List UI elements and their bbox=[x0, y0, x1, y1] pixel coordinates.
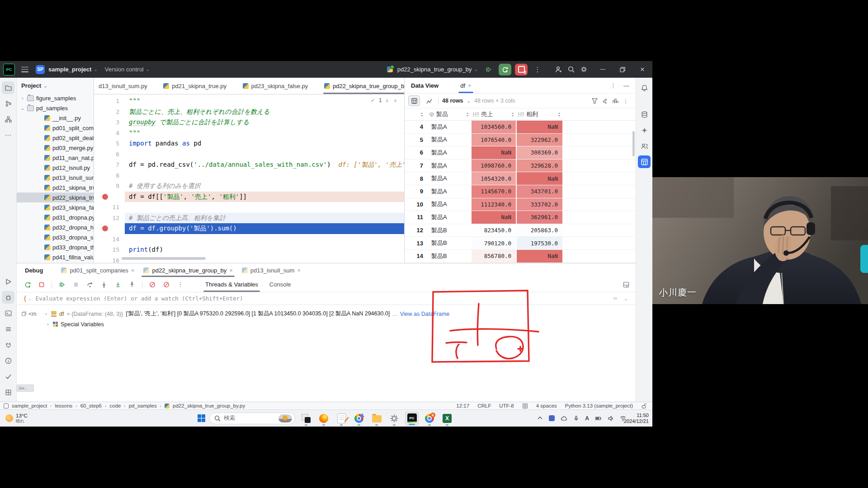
taskbar-app-explorer[interactable] bbox=[370, 412, 383, 425]
table-row[interactable]: 6 製品A NaN 300369.0 bbox=[405, 146, 636, 159]
gateway-tool-icon[interactable] bbox=[638, 140, 651, 152]
gutter[interactable]: 8 bbox=[94, 170, 125, 181]
view-as-dataframe-link[interactable]: View as DataFrame bbox=[400, 311, 450, 317]
volume-tray-icon[interactable] bbox=[608, 415, 614, 422]
breadcrumb-item[interactable]: lessons bbox=[55, 403, 72, 408]
variable-name[interactable]: df bbox=[59, 311, 64, 317]
force-step-into-button[interactable] bbox=[114, 281, 122, 289]
gutter[interactable]: 11 bbox=[94, 202, 125, 213]
gutter[interactable]: 7 bbox=[94, 160, 125, 170]
gutter[interactable]: 14 bbox=[94, 234, 125, 245]
more-actions-button[interactable]: ⋮ bbox=[531, 64, 544, 75]
tree-item[interactable]: pd13_isnull_sum.py bbox=[17, 173, 94, 183]
gutter[interactable]: 6 bbox=[94, 149, 125, 160]
tree-item[interactable]: ⌄ pd_samples bbox=[17, 103, 94, 113]
start-button[interactable] bbox=[198, 414, 205, 422]
gutter[interactable]: 16 bbox=[94, 255, 125, 263]
breakpoint-icon[interactable] bbox=[102, 225, 108, 231]
tree-item[interactable]: pd33_dropna_thresh.py bbox=[17, 242, 94, 252]
close-tab-icon[interactable]: × bbox=[297, 267, 301, 274]
column-header-profit[interactable]: 123 粗利 bbox=[516, 110, 562, 118]
debug-session-tab[interactable]: pd01_split_companies × bbox=[57, 263, 139, 277]
table-row[interactable]: 11 製品A NaN 362961.0 bbox=[405, 211, 636, 224]
step-into-button[interactable] bbox=[100, 281, 108, 289]
teams-tray-icon[interactable] bbox=[549, 415, 555, 421]
tree-item[interactable]: pd23_skipna_false.py bbox=[17, 202, 94, 212]
gutter[interactable]: 15 bbox=[94, 244, 125, 255]
add-user-button[interactable] bbox=[552, 64, 565, 75]
table-row[interactable]: 10 製品A 1112340.0 333702.0 bbox=[405, 198, 636, 211]
expand-chevron-icon[interactable]: › bbox=[44, 311, 48, 316]
gutter[interactable]: 12 bbox=[94, 213, 125, 224]
microphone-tray-icon[interactable] bbox=[573, 415, 579, 422]
run-tool-icon[interactable] bbox=[2, 275, 14, 288]
close-tab-icon[interactable]: × bbox=[131, 267, 135, 274]
gutter[interactable]: 2 bbox=[94, 107, 125, 117]
hide-panel-icon[interactable]: — bbox=[623, 82, 629, 89]
data-view-tool-icon[interactable] bbox=[638, 155, 651, 168]
editor-tab[interactable]: d13_isnull_sum.py × bbox=[94, 78, 159, 94]
close-tab-icon[interactable]: × bbox=[468, 82, 472, 89]
gutter[interactable]: 1 bbox=[94, 96, 125, 107]
battery-tray-icon[interactable] bbox=[595, 415, 602, 422]
data-view-scrollbar[interactable] bbox=[632, 131, 635, 156]
evaluate-expression-bar[interactable]: (⌄ Evaluate expression (Enter) or add a … bbox=[17, 292, 636, 305]
inspection-widget[interactable]: ✓1 ∧ ∨ bbox=[369, 97, 401, 104]
tree-item[interactable]: pd32_dropna_how_all.py bbox=[17, 222, 94, 232]
debug-session-tab[interactable]: pd13_isnull_sum × bbox=[237, 263, 305, 277]
project-tool-icon[interactable] bbox=[2, 81, 14, 94]
tree-item[interactable]: pd22_skipna_true_group bbox=[17, 192, 94, 202]
tree-chevron-icon[interactable]: › bbox=[20, 96, 25, 101]
table-more-icon[interactable]: ⋮ bbox=[623, 98, 629, 104]
services-tool-icon[interactable] bbox=[2, 323, 14, 335]
restore-button[interactable] bbox=[613, 61, 632, 78]
file-encoding[interactable]: UTF-8 bbox=[499, 403, 514, 408]
problems-tool-icon[interactable] bbox=[2, 354, 14, 367]
project-selector[interactable]: sample_project ⌄ bbox=[45, 64, 101, 75]
weather-widget[interactable]: 13°C晴れ bbox=[0, 413, 28, 423]
tree-chevron-icon[interactable]: ⌄ bbox=[20, 106, 25, 111]
python-interpreter[interactable]: Python 3.13 (sample_project) bbox=[565, 403, 633, 408]
code-area[interactable]: 1 """ 2 製品ごとに、売上、粗利それぞれの合計を数える 3 groupby… bbox=[94, 94, 404, 263]
debug-tool-icon[interactable] bbox=[2, 291, 14, 304]
resume-button[interactable] bbox=[58, 281, 66, 289]
table-view-button[interactable] bbox=[408, 95, 420, 106]
breadcrumb-item[interactable]: pd22_skipna_true_group_by.py bbox=[173, 403, 245, 408]
close-tab-icon[interactable]: × bbox=[229, 267, 233, 274]
run-button[interactable] bbox=[482, 64, 495, 75]
search-everywhere-button[interactable] bbox=[565, 64, 577, 75]
rows-dropdown[interactable]: 48 rows bbox=[442, 98, 463, 104]
minimize-button[interactable] bbox=[593, 61, 613, 78]
tree-item[interactable]: pd02_split_deals.py bbox=[17, 133, 94, 143]
notifications-bell-icon[interactable] bbox=[638, 81, 651, 94]
column-header-product[interactable]: 製品 bbox=[428, 110, 471, 118]
tab-threads-variables[interactable]: Threads & Variables bbox=[203, 277, 261, 292]
table-row[interactable]: 8 製品A 1054320.0 NaN bbox=[405, 172, 636, 185]
stop-process-button[interactable] bbox=[38, 281, 46, 289]
gutter[interactable] bbox=[94, 223, 125, 234]
tree-item[interactable]: __init__.py bbox=[17, 113, 94, 123]
tree-item[interactable]: pd03_merge.py bbox=[17, 143, 94, 153]
breadcrumb-item[interactable]: pd_samples bbox=[129, 403, 157, 408]
history-icon[interactable]: ∞ bbox=[613, 295, 618, 302]
dataframe-tab[interactable]: df × bbox=[460, 78, 471, 93]
commit-tool-icon[interactable] bbox=[2, 97, 14, 110]
chevron-down-icon[interactable]: ⌄ bbox=[624, 295, 628, 302]
todo-tool-icon[interactable] bbox=[2, 370, 14, 383]
taskbar-app-settings[interactable] bbox=[387, 412, 401, 425]
table-row[interactable]: 5 製品A 1076540.0 322962.0 bbox=[405, 133, 636, 146]
mute-breakpoints-button[interactable] bbox=[162, 281, 170, 289]
special-variables-label[interactable]: Special Variables bbox=[61, 321, 104, 328]
gutter[interactable]: 3 bbox=[94, 117, 125, 128]
table-row[interactable]: 4 製品A 1034560.0 NaN bbox=[405, 121, 636, 133]
column-mode-icon[interactable] bbox=[522, 403, 528, 409]
taskbar-clock[interactable]: 11:50 2024/12/21 bbox=[624, 413, 649, 424]
table-row[interactable]: 9 製品A 1145670.0 343701.0 bbox=[405, 185, 636, 198]
ai-assistant-tool-icon[interactable] bbox=[638, 124, 651, 136]
indent-setting[interactable]: 4 spaces bbox=[536, 403, 557, 408]
breadcrumb-item[interactable]: 60_step6 bbox=[80, 403, 102, 408]
format-icon[interactable] bbox=[602, 98, 608, 104]
column-settings-icon[interactable] bbox=[613, 98, 618, 104]
caret-position[interactable]: 12:17 bbox=[456, 403, 469, 408]
line-ending[interactable]: CRLF bbox=[477, 403, 491, 408]
